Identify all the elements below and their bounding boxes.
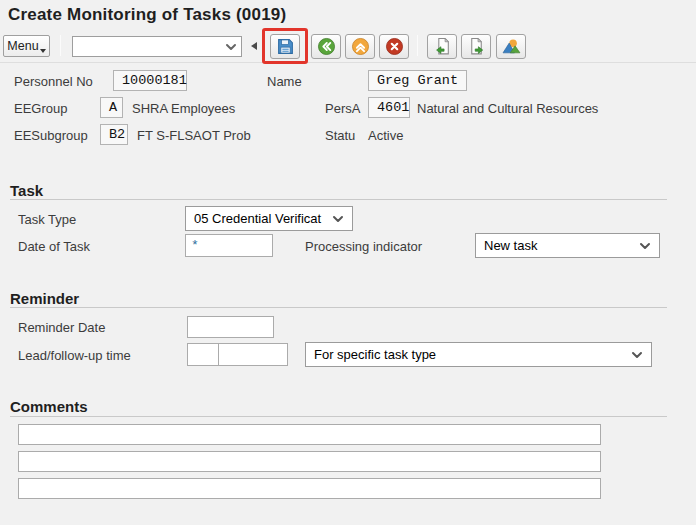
command-field[interactable] [72,36,242,57]
processing-indicator-value: New task [484,238,635,253]
reminder-section-header: Reminder [10,290,79,307]
chevron-down-icon [225,43,237,51]
lead-time-type-select[interactable]: For specific task type [305,342,652,367]
date-of-task-input[interactable] [185,234,273,257]
lead-time-label: Lead/follow-up time [18,348,131,363]
reminder-date-input[interactable] [187,316,274,338]
comments-section-header: Comments [10,398,88,415]
next-record-button[interactable] [461,34,491,59]
save-icon [276,37,295,56]
task-section-header: Task [10,182,43,199]
overview-button[interactable] [496,34,526,59]
ee-group-field[interactable]: A [100,97,123,118]
previous-record-button[interactable] [427,34,457,59]
chevron-down-icon [639,242,651,250]
reminder-section-rule [10,307,667,308]
comment-line-3-input[interactable] [18,478,601,499]
cancel-button[interactable] [379,34,409,59]
save-button[interactable] [270,34,300,59]
lead-time-type-value: For specific task type [314,347,627,362]
status-value: Active [368,128,403,143]
back-icon [317,37,336,56]
ee-subgroup-label: EESubgroup [14,128,88,143]
toolbar-divider [0,62,696,63]
pers-a-text: Natural and Cultural Resources [417,101,598,116]
comments-section-rule [10,416,667,417]
collapse-toolbar-icon[interactable] [251,42,257,50]
exit-button[interactable] [345,34,375,59]
ee-group-label: EEGroup [14,101,67,116]
lead-time-unit-input[interactable] [218,343,288,366]
back-button[interactable] [311,34,341,59]
menu-button[interactable]: Menu [3,35,50,57]
comment-line-2-input[interactable] [18,451,601,472]
toolbar-separator [417,35,418,56]
personnel-no-label: Personnel No [14,74,93,89]
ee-subgroup-text: FT S-FLSAOT Prob [137,128,251,143]
next-record-icon [467,37,486,56]
task-section-rule [10,199,667,200]
cancel-icon [385,37,404,56]
exit-icon [351,37,370,56]
task-type-label: Task Type [18,212,76,227]
ee-group-text: SHRA Employees [132,101,235,116]
processing-indicator-select[interactable]: New task [475,233,660,258]
task-type-select[interactable]: 05 Credential Verificat [185,206,353,231]
overview-icon [502,37,521,56]
date-of-task-label: Date of Task [18,239,90,254]
name-field[interactable]: Greg Grant [368,70,467,91]
reminder-date-label: Reminder Date [18,320,105,335]
pers-a-label: PersA [325,101,360,116]
task-type-value: 05 Credential Verificat [194,211,328,226]
page-title: Create Monitoring of Tasks (0019) [8,5,286,25]
ee-subgroup-field[interactable]: B2 [100,124,128,145]
menu-button-label: Menu [7,39,38,53]
sap-window: Create Monitoring of Tasks (0019) Menu [0,0,696,525]
name-label: Name [267,74,302,89]
personnel-no-field[interactable]: 10000181 [113,70,187,91]
menu-dropdown-icon [40,49,46,53]
status-label: Statu [325,128,355,143]
previous-record-icon [433,37,452,56]
processing-indicator-label: Processing indicator [305,239,422,254]
pers-a-field[interactable]: 4601 [368,97,410,118]
toolbar-separator [60,35,61,56]
comment-line-1-input[interactable] [18,424,601,445]
lead-time-number-input[interactable] [187,343,219,366]
chevron-down-icon [332,215,344,223]
chevron-down-icon [631,351,643,359]
